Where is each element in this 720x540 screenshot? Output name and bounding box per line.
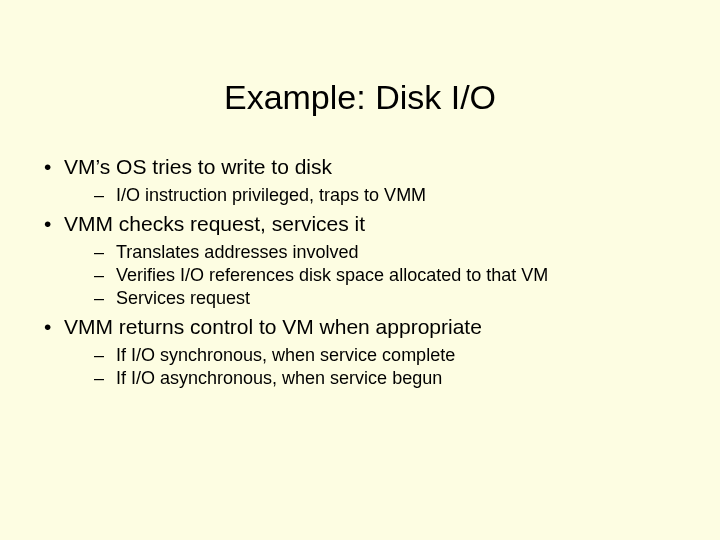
list-item: Services request — [64, 288, 680, 309]
sub-list: Translates addresses involved Verifies I… — [64, 242, 680, 309]
sub-list: I/O instruction privileged, traps to VMM — [64, 185, 680, 206]
bullet-list: VM’s OS tries to write to disk I/O instr… — [40, 155, 680, 389]
list-item: VMM returns control to VM when appropria… — [40, 315, 680, 389]
list-item: I/O instruction privileged, traps to VMM — [64, 185, 680, 206]
list-item: Translates addresses involved — [64, 242, 680, 263]
slide-content: VM’s OS tries to write to disk I/O instr… — [0, 155, 720, 389]
sub-bullet-text: If I/O asynchronous, when service begun — [116, 368, 442, 388]
sub-bullet-text: I/O instruction privileged, traps to VMM — [116, 185, 426, 205]
sub-list: If I/O synchronous, when service complet… — [64, 345, 680, 389]
sub-bullet-text: Services request — [116, 288, 250, 308]
list-item: If I/O synchronous, when service complet… — [64, 345, 680, 366]
slide: Example: Disk I/O VM’s OS tries to write… — [0, 78, 720, 389]
list-item: If I/O asynchronous, when service begun — [64, 368, 680, 389]
list-item: VMM checks request, services it Translat… — [40, 212, 680, 309]
sub-bullet-text: Verifies I/O references disk space alloc… — [116, 265, 548, 285]
bullet-text: VMM returns control to VM when appropria… — [64, 315, 482, 338]
slide-title: Example: Disk I/O — [0, 78, 720, 117]
sub-bullet-text: Translates addresses involved — [116, 242, 358, 262]
list-item: VM’s OS tries to write to disk I/O instr… — [40, 155, 680, 206]
bullet-text: VM’s OS tries to write to disk — [64, 155, 332, 178]
bullet-text: VMM checks request, services it — [64, 212, 365, 235]
sub-bullet-text: If I/O synchronous, when service complet… — [116, 345, 455, 365]
list-item: Verifies I/O references disk space alloc… — [64, 265, 680, 286]
